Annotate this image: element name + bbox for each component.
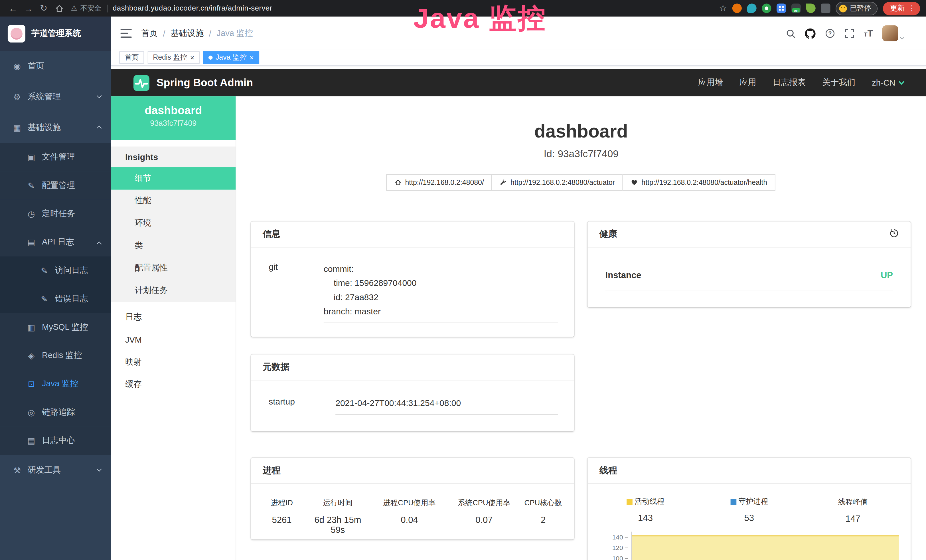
sidebar-item-redis-monitor[interactable]: ◈ Redis 监控 bbox=[0, 342, 111, 370]
page-subtitle: Id: 93a3fc7f7409 bbox=[236, 148, 926, 160]
sidebar-item-access-log[interactable]: ✎ 访问日志 bbox=[0, 256, 111, 285]
actuator-url-button[interactable]: http://192.168.0.2:48080/actuator bbox=[492, 174, 623, 191]
bookmark-star-icon[interactable]: ☆ bbox=[719, 3, 727, 14]
column-header: 系统CPU使用率 bbox=[450, 498, 518, 508]
browser-home-icon[interactable] bbox=[52, 2, 66, 15]
sba-nav-about[interactable]: 关于我们 bbox=[822, 77, 855, 88]
sidebar-item-file-manage[interactable]: ▣ 文件管理 bbox=[0, 143, 111, 171]
clock-icon: ◷ bbox=[26, 209, 36, 218]
address-bar[interactable]: ⚠ 不安全 dashboard.yudao.iocoder.cn/infra/a… bbox=[71, 3, 272, 13]
browser-menu-icon[interactable]: ⋮ bbox=[908, 4, 915, 12]
close-icon[interactable]: × bbox=[250, 54, 254, 61]
back-icon[interactable]: ← bbox=[6, 2, 20, 15]
tab-redis-monitor[interactable]: Redis 监控 × bbox=[148, 51, 200, 64]
sba-item-mappings[interactable]: 映射 bbox=[111, 351, 236, 374]
sidebar-item-config-manage[interactable]: ✎ 配置管理 bbox=[0, 171, 111, 200]
sidebar-item-api-log[interactable]: ▤ API 日志 bbox=[0, 228, 111, 256]
info-value: commit: time: 1596289704000 id: 27aa832 … bbox=[324, 262, 558, 323]
chevron-down-icon bbox=[900, 35, 904, 40]
instance-name: dashboard bbox=[111, 104, 236, 117]
y-tick-label: 100 bbox=[612, 555, 623, 560]
instance-label: Instance bbox=[605, 270, 642, 280]
system-cpu-value: 0.07 bbox=[450, 515, 518, 534]
extension-green-circle-icon[interactable] bbox=[762, 3, 771, 13]
chevron-down-icon bbox=[899, 79, 904, 85]
sidebar-item-infrastructure[interactable]: ▦ 基础设施 bbox=[0, 112, 111, 143]
url-text: dashboard.yudao.iocoder.cn/infra/admin-s… bbox=[113, 4, 272, 12]
process-card: 进程 进程ID 运行时间 进程CPU使用率 系统CPU使用率 CPU核心数 bbox=[251, 458, 574, 539]
sba-item-classes[interactable]: 类 bbox=[111, 235, 236, 257]
github-icon[interactable] bbox=[805, 28, 816, 38]
sba-item-caches[interactable]: 缓存 bbox=[111, 374, 236, 396]
forward-icon[interactable]: → bbox=[21, 2, 36, 15]
live-threads-value: 143 bbox=[593, 513, 697, 523]
uptime-value: 6d 23h 15m 59s bbox=[307, 515, 369, 534]
sba-nav-applications[interactable]: 应用 bbox=[740, 77, 756, 88]
font-size-icon[interactable]: TT bbox=[864, 28, 873, 38]
tab-java-monitor[interactable]: Java 监控 × bbox=[203, 51, 259, 64]
sba-nav-journal[interactable]: 日志报表 bbox=[773, 77, 806, 88]
close-icon[interactable]: × bbox=[190, 54, 195, 61]
sba-brand[interactable]: Spring Boot Admin bbox=[157, 76, 253, 89]
user-menu[interactable] bbox=[882, 26, 904, 41]
paused-badge[interactable]: 已暂停 bbox=[835, 2, 878, 15]
hamburger-icon[interactable] bbox=[120, 29, 132, 38]
error-log-icon: ✎ bbox=[39, 294, 50, 304]
sidebar-item-java-monitor[interactable]: ⊡ Java 监控 bbox=[0, 370, 111, 398]
extension-orange-icon[interactable] bbox=[732, 3, 742, 13]
service-url-button[interactable]: http://192.168.0.2:48080/ bbox=[386, 174, 492, 191]
health-url-button[interactable]: http://192.168.0.2:48080/actuator/health bbox=[623, 174, 775, 191]
extension-grid-icon[interactable] bbox=[776, 3, 786, 13]
legend-peak-threads: 线程峰值 147 bbox=[801, 497, 905, 524]
sba-item-details[interactable]: 细节 bbox=[111, 167, 236, 190]
metadata-row-startup: startup 2021-04-27T00:44:31.254+08:00 bbox=[269, 397, 558, 415]
extension-drop-icon[interactable] bbox=[747, 3, 757, 13]
help-icon[interactable]: ? bbox=[825, 28, 835, 38]
app-menu: ◉ 首页 ⚙ 系统管理 ▦ 基础设施 ▣ 文件管理 bbox=[0, 51, 111, 486]
sidebar-item-home[interactable]: ◉ 首页 bbox=[0, 51, 111, 82]
wrench-icon bbox=[500, 179, 507, 186]
sidebar-item-log-center[interactable]: ▤ 日志中心 bbox=[0, 427, 111, 455]
sba-item-jvm[interactable]: JVM bbox=[111, 328, 236, 351]
sidebar-item-mysql-monitor[interactable]: ▥ MySQL 监控 bbox=[0, 313, 111, 342]
column-header: 进程ID bbox=[257, 498, 307, 508]
app-logo-row[interactable]: 芋道管理系统 bbox=[0, 17, 111, 51]
avatar[interactable] bbox=[882, 26, 898, 41]
fullscreen-icon[interactable] bbox=[844, 28, 855, 38]
sidebar-item-scheduled-jobs[interactable]: ◷ 定时任务 bbox=[0, 200, 111, 228]
sidebar-item-error-log[interactable]: ✎ 错误日志 bbox=[0, 285, 111, 313]
daemon-threads-value: 53 bbox=[697, 513, 801, 523]
sba-item-environment[interactable]: 环境 bbox=[111, 212, 236, 235]
breadcrumb-home[interactable]: 首页 bbox=[141, 28, 158, 38]
sba-navbar: Spring Boot Admin 应用墙 应用 日志报表 关于我们 zh-CN bbox=[111, 69, 926, 96]
sidebar-item-system[interactable]: ⚙ 系统管理 bbox=[0, 82, 111, 112]
sba-item-logfile[interactable]: 日志 bbox=[111, 306, 236, 328]
extension-on-icon[interactable]: on bbox=[791, 3, 801, 13]
history-icon[interactable] bbox=[890, 229, 899, 240]
metadata-key: startup bbox=[269, 397, 335, 415]
sba-root-items: 日志 JVM 映射 缓存 bbox=[111, 306, 236, 396]
instance-header[interactable]: dashboard 93a3fc7f7409 bbox=[111, 97, 236, 140]
search-icon[interactable] bbox=[786, 29, 795, 38]
sidebar-item-dev-tools[interactable]: ⚒ 研发工具 bbox=[0, 455, 111, 486]
home-icon bbox=[394, 179, 401, 186]
reload-icon[interactable]: ↻ bbox=[36, 2, 51, 15]
sidebar-item-trace[interactable]: ◎ 链路追踪 bbox=[0, 398, 111, 427]
monitor-icon: ⊡ bbox=[26, 379, 36, 389]
threads-chart: 140 120 100 bbox=[593, 532, 905, 560]
spring-boot-admin-logo[interactable] bbox=[133, 75, 150, 91]
sba-item-metrics[interactable]: 性能 bbox=[111, 190, 236, 212]
locale-select[interactable]: zh-CN bbox=[872, 78, 903, 87]
extensions-puzzle-icon[interactable] bbox=[821, 3, 830, 13]
sba-item-configprops[interactable]: 配置属性 bbox=[111, 257, 236, 280]
security-label: 不安全 bbox=[80, 3, 101, 13]
extension-leaf-icon[interactable] bbox=[806, 3, 816, 13]
threads-card: 线程 活动线程 143 守护进程 bbox=[587, 458, 911, 560]
health-instance-row[interactable]: Instance UP bbox=[605, 270, 893, 291]
sba-item-scheduled-tasks[interactable]: 计划任务 bbox=[111, 279, 236, 302]
update-button[interactable]: 更新 ⋮ bbox=[883, 2, 920, 15]
tab-home[interactable]: 首页 bbox=[119, 51, 144, 64]
sba-nav-wallboard[interactable]: 应用墙 bbox=[698, 77, 723, 88]
breadcrumb-infrastructure[interactable]: 基础设施 bbox=[171, 28, 204, 38]
tabs-bar: 首页 Redis 监控 × Java 监控 × bbox=[111, 50, 926, 66]
